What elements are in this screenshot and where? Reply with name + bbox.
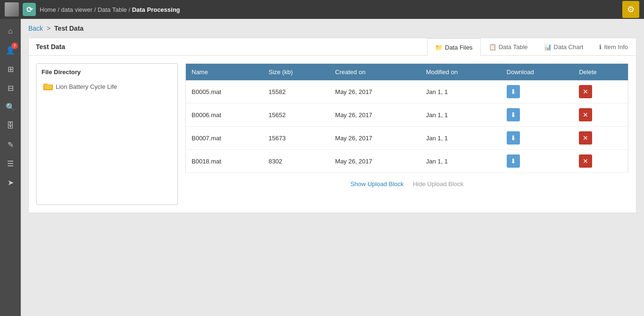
main-layout: ⌂ 👤 7 ⊞ ⊟ 🔍 🗄 ✎ ☰ ➤ Back [0,19,644,316]
sidebar-item-puzzle[interactable]: ⊞ [2,60,19,77]
col-created: Created on [329,64,420,81]
cell-modified: Jan 1, 1 [420,80,501,103]
cell-name: B0005.mat [186,80,263,103]
breadcrumb: Home / data viewer / Data Table / Data P… [40,6,180,13]
download-button[interactable]: ⬇ [507,131,520,145]
sidebar-item-edit[interactable]: ✎ [2,136,19,153]
edit-icon: ✎ [8,140,14,149]
list-icon: ☰ [7,159,14,168]
tab-data-files[interactable]: 📁 Data Files [427,38,481,56]
tab-item-info-label: Item Info [604,43,628,51]
cell-size: 15652 [263,103,329,127]
cell-modified: Jan 1, 1 [420,103,501,127]
breadcrumb-active: Data Processing [132,6,180,13]
data-area: Name Size (kb) Created on Modified on Do… [185,63,628,205]
col-download: Download [501,64,573,81]
file-directory-title: File Directory [42,68,173,76]
card-title: Test Data [29,38,72,55]
file-dir-item-label: Lion Battery Cycle Life [56,83,117,90]
users-badge: 7 [11,43,18,49]
avatar[interactable] [5,2,19,17]
cell-created: May 26, 2017 [329,150,420,173]
cell-delete: ✕ [573,80,628,103]
sidebar-item-users[interactable]: 👤 7 [2,42,19,59]
table-header-row: Name Size (kb) Created on Modified on Do… [186,64,628,81]
tab-item-info[interactable]: ℹ Item Info [591,38,636,55]
file-dir-item[interactable]: Lion Battery Cycle Life [42,81,173,92]
breadcrumb-data-table[interactable]: Data Table [98,6,127,13]
cell-name: B0007.mat [186,127,263,150]
cell-size: 15582 [263,80,329,103]
sidebar-item-list[interactable]: ☰ [2,155,19,172]
show-upload-block-link[interactable]: Show Upload Block [351,180,404,188]
cell-name: B0018.mat [186,150,263,173]
download-button[interactable]: ⬇ [507,154,520,168]
table-row: B0007.mat 15673 May 26, 2017 Jan 1, 1 ⬇ … [186,127,628,150]
cell-created: May 26, 2017 [329,127,420,150]
delete-button[interactable]: ✕ [579,154,592,168]
file-directory-panel: File Directory Lion Battery Cycle Life [36,63,178,205]
nav-logo: ⟳ [23,3,36,16]
sidebar-item-arrow[interactable]: ➤ [2,174,19,191]
grid-icon: ⊟ [8,84,14,93]
download-button[interactable]: ⬇ [507,85,520,98]
nav-left: ⟳ Home / data viewer / Data Table / Data… [5,2,180,17]
main-card: Test Data 📁 Data Files 📋 Data Table 📊 Da… [28,38,636,213]
page-title: Test Data [54,25,84,32]
search-icon: 🔍 [6,102,15,111]
col-name: Name [186,64,263,81]
cell-delete: ✕ [573,103,628,127]
cell-size: 15673 [263,127,329,150]
delete-button[interactable]: ✕ [579,131,592,145]
tab-data-chart[interactable]: 📊 Data Chart [536,38,592,55]
files-table: Name Size (kb) Created on Modified on Do… [185,63,628,173]
sidebar-item-home[interactable]: ⌂ [2,23,19,40]
sidebar-item-search[interactable]: 🔍 [2,98,19,115]
cell-created: May 26, 2017 [329,80,420,103]
tab-bar: 📁 Data Files 📋 Data Table 📊 Data Chart ℹ… [427,38,636,55]
download-button[interactable]: ⬇ [507,108,520,121]
delete-button[interactable]: ✕ [579,85,592,98]
data-chart-icon: 📊 [544,43,552,51]
delete-button[interactable]: ✕ [579,108,592,121]
database-icon: 🗄 [7,121,14,130]
card-header: Test Data 📁 Data Files 📋 Data Table 📊 Da… [29,38,636,56]
cell-modified: Jan 1, 1 [420,150,501,173]
table-row: B0006.mat 15652 May 26, 2017 Jan 1, 1 ⬇ … [186,103,628,127]
table-row: B0018.mat 8302 May 26, 2017 Jan 1, 1 ⬇ ✕ [186,150,628,173]
cell-created: May 26, 2017 [329,103,420,127]
arrow-right-icon: ➤ [8,178,14,187]
item-info-icon: ℹ [599,43,602,51]
table-row: B0005.mat 15582 May 26, 2017 Jan 1, 1 ⬇ … [186,80,628,103]
data-table-icon: 📋 [489,43,496,51]
cell-download: ⬇ [501,150,573,173]
tab-data-table[interactable]: 📋 Data Table [481,38,536,55]
cell-size: 8302 [263,150,329,173]
top-navbar: ⟳ Home / data viewer / Data Table / Data… [0,0,644,19]
sidebar-item-grid[interactable]: ⊟ [2,79,19,96]
sidebar: ⌂ 👤 7 ⊞ ⊟ 🔍 🗄 ✎ ☰ ➤ [0,19,21,316]
gear-button[interactable]: ⚙ [622,1,639,18]
tab-data-table-label: Data Table [499,43,528,51]
tab-data-files-label: Data Files [445,44,473,51]
breadcrumb-home[interactable]: Home [40,6,56,13]
card-body: File Directory Lion Battery Cycle Life [29,56,636,213]
folder-icon [43,83,53,90]
back-link[interactable]: Back [28,25,43,32]
col-modified: Modified on [420,64,501,81]
page-breadcrumb: Back > Test Data [28,25,636,32]
breadcrumb-data-viewer[interactable]: data viewer [61,6,92,13]
cell-download: ⬇ [501,80,573,103]
svg-rect-2 [44,85,52,89]
tab-data-chart-label: Data Chart [554,43,584,51]
cell-delete: ✕ [573,127,628,150]
upload-controls: Show Upload Block Hide Upload Block [185,173,628,195]
col-delete: Delete [573,64,628,81]
hide-upload-block-link[interactable]: Hide Upload Block [413,180,463,188]
puzzle-icon: ⊞ [8,65,14,74]
cell-modified: Jan 1, 1 [420,127,501,150]
home-icon: ⌂ [8,27,13,35]
sidebar-item-database[interactable]: 🗄 [2,117,19,134]
col-size: Size (kb) [263,64,329,81]
cell-name: B0006.mat [186,103,263,127]
